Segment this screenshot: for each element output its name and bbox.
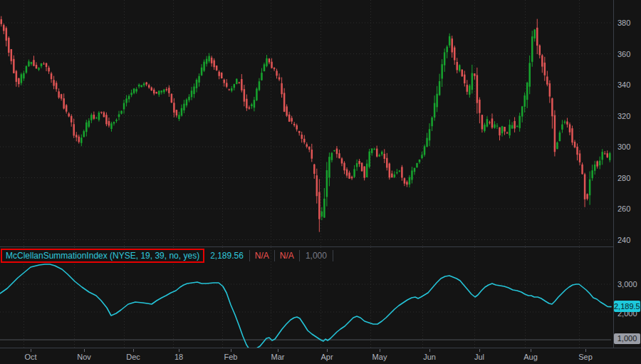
separator [333,250,333,261]
price-axis-tick-340: 340 [617,80,630,89]
time-axis-label-Feb: Feb [224,353,238,361]
indicator-label-selected[interactable]: McClellanSummationIndex (NYSE, 19, 39, n… [1,249,204,263]
time-axis-tick [179,349,179,352]
time-axis-label-Mar: Mar [271,353,285,361]
time-axis-tick [327,349,328,352]
time-axis-tick [429,349,430,352]
time-axis-label-Sep: Sep [578,353,593,361]
right-price-axis[interactable]: 3,000 2,000 380360340320300280260240 [613,0,641,348]
time-axis-label-18: 18 [174,353,183,361]
indicator-level-box: 1,000 [614,333,640,344]
time-axis-label-Jun: Jun [423,353,436,361]
indicator-na-value-1: N/A [250,251,274,261]
time-axis-label-Oct: Oct [24,353,36,361]
indicator-param-value: 1,000 [300,251,333,261]
price-axis-tick-380: 380 [617,19,630,27]
time-axis-label-Aug: Aug [523,353,538,361]
time-axis-tick [479,349,480,352]
time-axis-tick [278,349,278,352]
time-axis-tick [84,349,85,352]
time-axis-tick [380,349,380,352]
time-axis-label-Dec: Dec [126,353,140,361]
time-axis-tick [31,349,31,352]
price-axis-tick-320: 320 [617,112,630,120]
price-axis-tick-260: 260 [617,204,630,213]
time-axis-label-Jul: Jul [474,353,484,361]
time-axis-label-Apr: Apr [320,353,333,361]
time-axis-label-Nov: Nov [77,353,91,361]
price-axis-tick-240: 240 [617,236,630,244]
time-axis[interactable]: OctNovDec18FebMarAprMayJunJulAugSep [0,348,641,364]
indicator-value-box: 2,189.56 [614,301,640,312]
price-candlestick-panel[interactable] [0,0,641,246]
charting-app-window: McClellanSummationIndex (NYSE, 19, 39, n… [0,0,641,364]
indicator-current-value: 2,189.56 [204,251,249,261]
price-axis-tick-280: 280 [617,174,630,182]
price-axis-tick-300: 300 [617,142,630,151]
time-axis-tick [231,349,231,352]
indicator-axis-tick-3000: 3,000 [617,280,637,288]
indicator-na-value-2: N/A [275,251,299,261]
time-axis-tick [585,349,586,352]
indicator-legend-row: McClellanSummationIndex (NYSE, 19, 39, n… [1,249,333,263]
price-axis-tick-360: 360 [617,50,630,58]
time-axis-tick [133,349,134,352]
time-axis-tick [531,349,531,352]
time-axis-label-May: May [372,353,387,361]
